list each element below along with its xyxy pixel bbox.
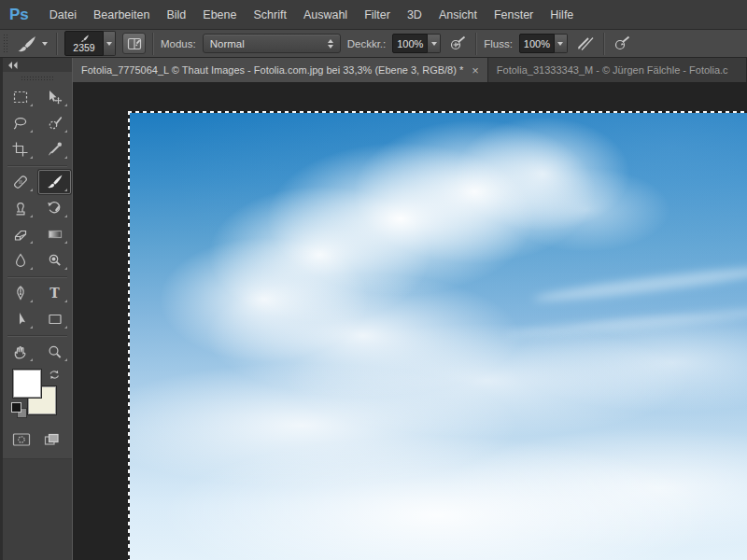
opacity-dropdown-button[interactable] <box>428 34 441 53</box>
close-icon[interactable]: × <box>472 64 479 77</box>
brush-preset-picker[interactable]: 2359 <box>64 31 116 56</box>
airbrush-toggle[interactable] <box>574 35 597 51</box>
tool-blur[interactable] <box>3 247 37 273</box>
tab-title: Fotolia_7775064_L © Thaut Images - Fotol… <box>81 64 463 76</box>
tool-eraser[interactable] <box>3 221 37 247</box>
tool-dodge[interactable] <box>37 247 72 273</box>
document-tab-bar: Fotolia_7775064_L © Thaut Images - Fotol… <box>73 58 747 82</box>
selection-marching-ants-top <box>128 111 747 113</box>
color-swatches <box>3 368 72 424</box>
tool-history-brush[interactable] <box>37 195 72 221</box>
tab-document-1[interactable]: Fotolia_7775064_L © Thaut Images - Fotol… <box>73 58 488 82</box>
opacity-value: 100% <box>392 34 428 53</box>
menu-hilfe[interactable]: Hilfe <box>542 8 582 21</box>
collapse-panel-button[interactable] <box>3 58 72 72</box>
tool-brush[interactable] <box>37 169 72 195</box>
chevron-down-icon <box>557 42 563 46</box>
menu-schrift[interactable]: Schrift <box>245 8 294 21</box>
menu-ebene[interactable]: Ebene <box>194 8 245 21</box>
tool-crop[interactable] <box>3 136 37 162</box>
tool-rectangle-shape[interactable] <box>37 306 72 332</box>
tool-zoom[interactable] <box>37 339 72 365</box>
blend-mode-value: Normal <box>210 38 245 49</box>
rectangle-icon <box>47 312 63 327</box>
tool-eyedropper[interactable] <box>37 136 72 162</box>
brush-icon <box>17 35 37 52</box>
airbrush-icon <box>576 35 595 51</box>
clone-stamp-icon <box>12 201 29 216</box>
double-left-arrows-icon <box>7 61 19 70</box>
tool-path-selection[interactable] <box>3 306 37 332</box>
brush-tool-preset[interactable] <box>15 35 49 52</box>
tool-spot-healing-brush[interactable] <box>3 169 37 195</box>
tool-lasso[interactable] <box>3 110 37 136</box>
gradient-icon <box>47 227 63 242</box>
brush-preset-dropdown-button[interactable] <box>104 31 116 56</box>
separator <box>475 33 477 55</box>
menu-bar: Ps Datei Bearbeiten Bild Ebene Schrift A… <box>0 0 747 30</box>
path-selection-icon <box>12 312 29 327</box>
tab-title: Fotolia_31333343_M - © Jürgen Fälchle - … <box>497 64 728 76</box>
tools-panel: T <box>0 58 73 560</box>
workspace: Fotolia_7775064_L © Thaut Images - Fotol… <box>73 58 747 560</box>
flow-label: Fluss: <box>484 38 513 49</box>
menu-3d[interactable]: 3D <box>399 8 430 21</box>
tool-gradient[interactable] <box>37 221 72 247</box>
type-tool-glyph: T <box>49 286 59 301</box>
default-foreground-swatch <box>11 402 21 413</box>
photoshop-logo: Ps <box>0 6 41 24</box>
toolbar-bottom-controls <box>3 427 72 452</box>
selection-marching-ants-left <box>128 111 130 560</box>
quick-selection-icon <box>47 116 63 131</box>
tool-options-bar: 2359 Modus: Normal Deckkr.: 100% <box>0 30 747 58</box>
magnifier-icon <box>47 344 63 359</box>
tool-clone-stamp[interactable] <box>3 195 37 221</box>
hand-icon <box>12 344 29 359</box>
foreground-color-swatch[interactable] <box>13 370 41 398</box>
tool-quick-selection[interactable] <box>37 110 72 136</box>
pressure-size-toggle[interactable] <box>612 35 633 51</box>
tablet-pressure-opacity-icon <box>449 35 467 51</box>
photoshop-window: Ps Datei Bearbeiten Bild Ebene Schrift A… <box>0 0 747 560</box>
screen-mode-icon[interactable] <box>43 432 61 447</box>
pressure-opacity-toggle[interactable] <box>447 35 469 51</box>
menu-ansicht[interactable]: Ansicht <box>430 8 486 21</box>
menu-bild[interactable]: Bild <box>158 8 194 21</box>
flow-dropdown-button[interactable] <box>555 34 568 53</box>
document-canvas[interactable] <box>128 111 747 560</box>
chevron-down-icon <box>106 42 112 46</box>
blend-mode-select[interactable]: Normal <box>203 34 341 53</box>
move-icon <box>46 90 63 105</box>
tool-move[interactable] <box>37 84 72 110</box>
flow-dropdown[interactable]: 100% <box>519 34 568 53</box>
tool-hand[interactable] <box>3 339 37 365</box>
menu-auswahl[interactable]: Auswahl <box>295 8 356 21</box>
tool-rectangular-marquee[interactable] <box>3 84 37 110</box>
chevron-down-icon <box>431 42 437 46</box>
canvas-surround[interactable] <box>73 82 747 560</box>
menu-datei[interactable]: Datei <box>41 8 85 21</box>
menu-bearbeiten[interactable]: Bearbeiten <box>85 8 158 21</box>
eraser-icon <box>12 227 29 242</box>
quick-mask-icon[interactable] <box>12 432 31 447</box>
brush-size-value: 2359 <box>73 43 94 53</box>
eyedropper-icon <box>47 142 63 157</box>
separator <box>56 33 58 55</box>
water-drop-icon <box>12 253 29 268</box>
chevron-down-icon <box>42 42 48 46</box>
options-bar-grip[interactable] <box>3 34 8 54</box>
tool-pen[interactable] <box>3 280 37 306</box>
menu-filter[interactable]: Filter <box>356 8 399 21</box>
toolbar-separator <box>3 273 72 280</box>
tool-type[interactable]: T <box>37 280 72 306</box>
menu-fenster[interactable]: Fenster <box>486 8 542 21</box>
up-down-arrows-icon <box>328 39 333 49</box>
tool-grid: T <box>3 84 72 365</box>
swap-colors-icon[interactable] <box>48 368 62 385</box>
opacity-dropdown[interactable]: 100% <box>392 34 441 53</box>
default-colors-icon[interactable] <box>11 402 27 418</box>
pen-icon <box>12 286 29 301</box>
toggle-brush-panel-button[interactable] <box>122 33 146 54</box>
tab-document-2[interactable]: Fotolia_31333343_M - © Jürgen Fälchle - … <box>488 58 747 82</box>
panel-grip[interactable] <box>3 72 72 84</box>
